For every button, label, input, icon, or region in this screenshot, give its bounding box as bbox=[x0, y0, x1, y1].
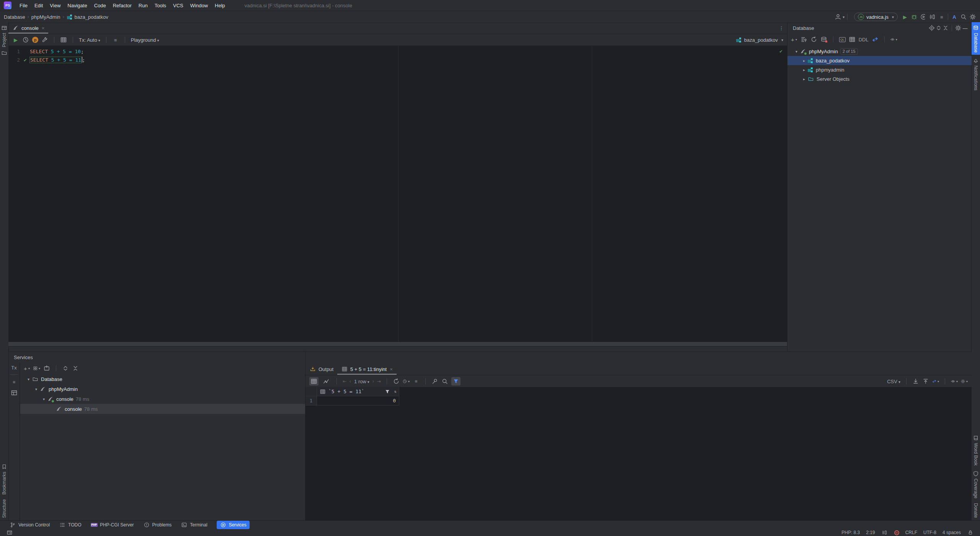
profiler-status-icon[interactable] bbox=[881, 529, 888, 536]
php-driver-icon[interactable]: p bbox=[32, 37, 38, 43]
chart-view-toggle[interactable] bbox=[322, 377, 331, 386]
layout-options-icon[interactable] bbox=[11, 389, 18, 396]
schema-select[interactable]: baza_podatkov ▾ bbox=[736, 37, 783, 43]
close-tab-icon[interactable]: × bbox=[390, 366, 393, 372]
history-clock-icon[interactable] bbox=[22, 36, 29, 43]
import-data-icon[interactable] bbox=[922, 378, 929, 385]
table-data-icon[interactable] bbox=[849, 36, 856, 43]
indent-widget[interactable]: 4 spaces bbox=[942, 530, 961, 535]
toolwindow-tab-structure[interactable]: Structure bbox=[2, 497, 7, 520]
sql-editor[interactable]: 1 2 ✔ SELECT 5 + 5 = 10; SELECT 5 + 5 = … bbox=[8, 46, 787, 342]
grid-cell-value[interactable]: 0 bbox=[317, 396, 399, 405]
menu-run[interactable]: Run bbox=[135, 2, 151, 10]
filter-toggle[interactable] bbox=[451, 377, 461, 386]
folder-icon[interactable] bbox=[1, 49, 8, 56]
toolwindow-tab-services[interactable]: Services bbox=[217, 521, 250, 529]
sort-icon[interactable]: ⇅ bbox=[394, 389, 397, 394]
hide-panel-icon[interactable]: — bbox=[962, 25, 969, 31]
datasource-properties-icon[interactable] bbox=[800, 36, 807, 43]
tree-item-schema-selected[interactable]: ▸ baza_podatkov bbox=[787, 56, 972, 65]
toolwindow-tab-terminal[interactable]: Terminal bbox=[181, 521, 207, 528]
toolwindow-layout-icon[interactable] bbox=[6, 529, 13, 536]
toolwindow-tab-php-cgi-server[interactable]: PHP PHP-CGI Server bbox=[91, 522, 134, 528]
translate-icon[interactable]: A bbox=[951, 13, 958, 20]
encoding-widget[interactable]: UTF-8 bbox=[923, 530, 936, 535]
debug-button[interactable] bbox=[911, 13, 918, 20]
chevron-right-icon[interactable]: ▸ bbox=[803, 68, 805, 72]
table-view-toggle[interactable] bbox=[309, 377, 318, 386]
tree-item-database-group[interactable]: ▾ Database bbox=[20, 374, 305, 384]
new-query-console-icon[interactable]: QL bbox=[839, 37, 846, 42]
refresh-icon[interactable] bbox=[810, 36, 817, 43]
page-size-select[interactable]: 1 row▾ bbox=[354, 379, 369, 384]
expand-all-icon[interactable] bbox=[935, 25, 942, 31]
chevron-down-icon[interactable]: ▾ bbox=[795, 49, 797, 54]
lock-icon[interactable] bbox=[967, 529, 974, 536]
wrench-icon[interactable] bbox=[41, 36, 48, 43]
tab-result[interactable]: 5 + 5 = 11:tinyint × bbox=[337, 363, 397, 375]
jump-to-console-icon[interactable] bbox=[872, 36, 879, 43]
collapse-all-icon[interactable] bbox=[72, 365, 79, 372]
tree-item-server-objects[interactable]: ▸ Server Objects bbox=[787, 74, 972, 83]
tree-item-console-result-selected[interactable]: console 78 ms bbox=[20, 404, 305, 414]
tree-item-datasource[interactable]: ▾ phpMyAdmin bbox=[20, 384, 305, 394]
view-options-eye-icon[interactable]: ▾ bbox=[951, 378, 958, 385]
menu-code[interactable]: Code bbox=[91, 2, 109, 10]
toolwindow-tab-notifications[interactable]: Notifications bbox=[972, 55, 979, 93]
column-filter-funnel-icon[interactable] bbox=[384, 388, 391, 395]
inspections-ok-icon[interactable]: ✔ bbox=[779, 48, 782, 54]
locate-icon[interactable] bbox=[928, 25, 935, 31]
menu-refactor[interactable]: Refactor bbox=[109, 2, 135, 10]
run-button[interactable]: ▶ bbox=[902, 13, 908, 20]
tree-item-datasource[interactable]: ▾ phpMyAdmin 2 of 15 bbox=[787, 47, 972, 56]
toolwindow-tab-project[interactable]: Project bbox=[1, 22, 8, 49]
add-service-icon[interactable]: +▾ bbox=[23, 365, 30, 372]
find-icon[interactable] bbox=[441, 378, 448, 385]
group-by-icon[interactable]: ▾ bbox=[33, 365, 40, 372]
close-tab-icon[interactable]: × bbox=[42, 25, 45, 31]
view-options-eye-icon[interactable]: ▾ bbox=[890, 36, 897, 43]
php-version-widget[interactable]: PHP: 8.3 bbox=[841, 530, 860, 535]
run-configuration-select[interactable]: JS vadnica.js ▾ bbox=[854, 13, 898, 21]
toolwindow-tab-bookmarks[interactable]: Bookmarks bbox=[1, 461, 8, 497]
settings-gear-icon[interactable] bbox=[969, 13, 976, 20]
reload-page-icon[interactable] bbox=[393, 378, 400, 385]
add-datasource-icon[interactable]: +▾ bbox=[791, 36, 797, 43]
pin-tab-icon[interactable] bbox=[431, 378, 438, 385]
menu-view[interactable]: View bbox=[46, 2, 64, 10]
breadcrumb-datasource[interactable]: phpMyAdmin bbox=[31, 14, 60, 20]
grid-settings-gear-icon[interactable]: ▾ bbox=[961, 378, 968, 385]
caret-position-widget[interactable]: 2:19 bbox=[866, 530, 875, 535]
user-account-icon[interactable] bbox=[835, 13, 841, 20]
execution-timer-icon[interactable]: ▾ bbox=[403, 378, 410, 385]
playground-select[interactable]: Playground▾ bbox=[131, 37, 159, 43]
chevron-down-icon[interactable]: ▾ bbox=[35, 387, 37, 391]
tree-item-schema[interactable]: ▸ phpmyadmin bbox=[787, 65, 972, 74]
execute-button[interactable]: ▶ bbox=[12, 36, 19, 43]
menu-help[interactable]: Help bbox=[211, 2, 229, 10]
search-everywhere-icon[interactable] bbox=[960, 13, 967, 20]
toolwindow-tab-database[interactable]: Database bbox=[972, 22, 980, 55]
horizontal-splitter[interactable] bbox=[8, 342, 787, 346]
grid-column-header[interactable]: `5 + 5 = 11` ⇅ bbox=[317, 387, 399, 396]
chevron-right-icon[interactable]: ▸ bbox=[803, 77, 805, 81]
chevron-right-icon[interactable]: ▸ bbox=[803, 59, 805, 63]
disconnect-icon[interactable] bbox=[820, 36, 827, 43]
table-layout-icon[interactable] bbox=[60, 36, 67, 43]
menu-file[interactable]: File bbox=[16, 2, 31, 10]
menu-navigate[interactable]: Navigate bbox=[64, 2, 90, 10]
menu-vcs[interactable]: VCS bbox=[170, 2, 187, 10]
export-format-select[interactable]: CSV▾ bbox=[887, 379, 900, 384]
menu-tools[interactable]: Tools bbox=[151, 2, 170, 10]
toolwindow-tab-word-book[interactable]: Word Book bbox=[972, 432, 979, 468]
toolwindow-tab-donate[interactable]: Donate bbox=[973, 501, 978, 520]
toolwindow-tab-todo[interactable]: TODO bbox=[59, 521, 81, 528]
run-with-profiler-button[interactable] bbox=[929, 13, 936, 20]
ddl-icon[interactable]: DDL bbox=[859, 37, 869, 42]
app-logo[interactable]: PS bbox=[4, 2, 11, 9]
open-in-new-tab-icon[interactable] bbox=[43, 365, 50, 372]
panel-settings-gear-icon[interactable] bbox=[955, 25, 962, 31]
tx-mode-select[interactable]: Tx: Auto▾ bbox=[79, 37, 100, 43]
toolwindow-tab-problems[interactable]: Problems bbox=[143, 521, 172, 528]
toolwindow-tab-coverage[interactable]: Coverage bbox=[972, 468, 979, 501]
